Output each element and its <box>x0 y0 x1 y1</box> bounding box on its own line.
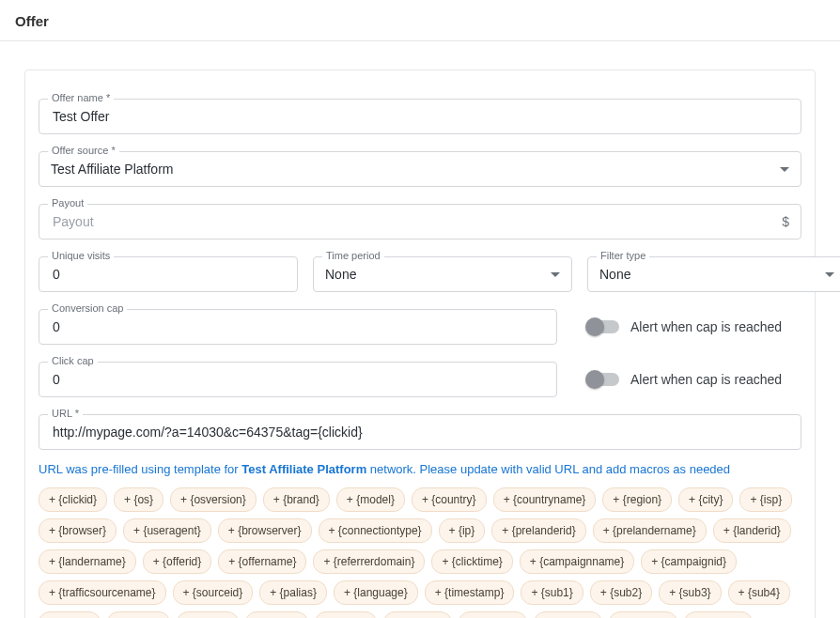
macro-chip[interactable]: {language} <box>334 580 418 605</box>
click-cap-field: Click cap <box>39 362 557 397</box>
macro-chip[interactable]: {osversion} <box>170 487 257 512</box>
offer-name-input-wrap <box>39 99 801 134</box>
macro-chip[interactable]: {sub6} <box>107 611 169 618</box>
macro-chip[interactable]: {campaignname} <box>520 549 634 574</box>
macro-chip[interactable]: {sub2} <box>590 580 652 605</box>
macro-chip[interactable]: {sub11} <box>459 611 527 618</box>
chevron-down-icon <box>780 167 789 172</box>
macro-chip[interactable]: {isp} <box>739 487 792 512</box>
page-title: Offer <box>0 0 840 41</box>
currency-icon: $ <box>782 214 789 229</box>
macro-chip[interactable]: {countryname} <box>493 487 597 512</box>
macro-chip[interactable]: {country} <box>412 487 487 512</box>
filter-type-select[interactable]: None <box>587 256 840 292</box>
macro-chip[interactable]: {useragent} <box>123 518 211 543</box>
filter-type-value: None <box>599 267 630 282</box>
macro-chip[interactable]: {ip} <box>439 518 486 543</box>
macro-chip[interactable]: {region} <box>602 487 672 512</box>
macro-chip[interactable]: {trafficsourcename} <box>39 580 166 605</box>
unique-visits-input[interactable] <box>51 257 286 291</box>
conversion-cap-field: Conversion cap <box>39 309 557 345</box>
macro-chip[interactable]: {sub8} <box>245 611 307 618</box>
offer-source-label: Offer source * <box>48 145 119 156</box>
offer-name-field: Offer name * <box>39 99 801 134</box>
conversion-cap-alert-row: Alert when cap is reached <box>587 309 782 345</box>
payout-field: Payout $ <box>39 204 801 239</box>
conversion-alert-label: Alert when cap is reached <box>630 319 782 334</box>
macro-chip[interactable]: {sub13} <box>609 611 677 618</box>
time-period-label: Time period <box>322 250 384 261</box>
url-label: URL * <box>48 408 83 419</box>
unique-visits-field: Unique visits <box>39 256 298 292</box>
conversion-cap-input[interactable] <box>51 310 545 344</box>
macro-chip[interactable]: {palias} <box>259 580 327 605</box>
chevron-down-icon <box>825 272 834 277</box>
conversion-cap-label: Conversion cap <box>48 302 127 314</box>
macro-chip[interactable]: {prelanderid} <box>491 518 585 543</box>
payout-input[interactable] <box>51 205 789 239</box>
url-field: URL * <box>39 414 801 450</box>
macro-chip[interactable]: {browser} <box>39 518 117 543</box>
url-input[interactable] <box>51 415 789 449</box>
time-period-select[interactable]: None <box>313 256 572 292</box>
payout-input-wrap: $ <box>39 204 801 239</box>
url-helper-text: URL was pre-filled using template for Te… <box>39 461 801 478</box>
macro-chip[interactable]: {campaignid} <box>641 549 737 574</box>
unique-visits-label: Unique visits <box>48 250 114 261</box>
time-period-value: None <box>325 267 356 282</box>
macro-chip[interactable]: {offerid} <box>143 549 212 574</box>
offer-source-field: Offer source * Test Affiliate Platform <box>39 151 801 187</box>
click-alert-toggle[interactable] <box>587 373 619 386</box>
macro-chip[interactable]: {clickid} <box>39 487 107 512</box>
macro-chip[interactable]: {sub10} <box>383 611 452 618</box>
macro-chip[interactable]: {sub3} <box>659 580 721 605</box>
macro-chip[interactable]: {brand} <box>263 487 330 512</box>
macro-chip[interactable]: {sub14} <box>684 611 753 618</box>
conversion-alert-toggle[interactable] <box>587 320 619 333</box>
macro-chip[interactable]: {referrerdomain} <box>313 549 425 574</box>
time-period-field: Time period None <box>313 256 572 292</box>
click-cap-alert-row: Alert when cap is reached <box>587 362 782 397</box>
payout-label: Payout <box>48 197 87 209</box>
filter-type-field: Filter type None <box>587 256 840 292</box>
filter-type-label: Filter type <box>597 250 649 261</box>
macro-chip[interactable]: {sub1} <box>521 580 583 605</box>
click-cap-input[interactable] <box>51 363 545 396</box>
click-cap-label: Click cap <box>48 355 98 366</box>
click-alert-label: Alert when cap is reached <box>630 372 782 387</box>
macro-chip[interactable]: {sub7} <box>177 611 239 618</box>
macro-chip[interactable]: {landerid} <box>713 518 791 543</box>
macro-chip[interactable]: {sub9} <box>315 611 377 618</box>
macro-chip[interactable]: {os} <box>114 487 163 512</box>
macro-chip[interactable]: {model} <box>336 487 405 512</box>
macro-chip[interactable]: {offername} <box>218 549 306 574</box>
offer-name-label: Offer name * <box>48 92 114 103</box>
offer-name-input[interactable] <box>51 100 789 133</box>
macro-chip[interactable]: {sourceid} <box>173 580 254 605</box>
offer-source-value: Test Affiliate Platform <box>51 162 173 177</box>
macro-chip[interactable]: {prelandername} <box>593 518 707 543</box>
macro-chip[interactable]: {sub5} <box>39 611 101 618</box>
macro-chip[interactable]: {clicktime} <box>431 549 512 574</box>
macro-chips: {clickid}{os}{osversion}{brand}{model}{c… <box>39 487 801 618</box>
macro-chip[interactable]: {sub4} <box>728 580 790 605</box>
macro-chip[interactable]: {connectiontype} <box>319 518 432 543</box>
chevron-down-icon <box>551 272 560 277</box>
macro-chip[interactable]: {sub12} <box>534 611 602 618</box>
macro-chip[interactable]: {landername} <box>39 549 136 574</box>
macro-chip[interactable]: {city} <box>678 487 733 512</box>
macro-chip[interactable]: {browserver} <box>218 518 312 543</box>
macro-chip[interactable]: {timestamp} <box>425 580 515 605</box>
offer-form-panel: Offer name * Offer source * Test Affilia… <box>24 70 816 618</box>
offer-source-select[interactable]: Test Affiliate Platform <box>39 151 801 187</box>
